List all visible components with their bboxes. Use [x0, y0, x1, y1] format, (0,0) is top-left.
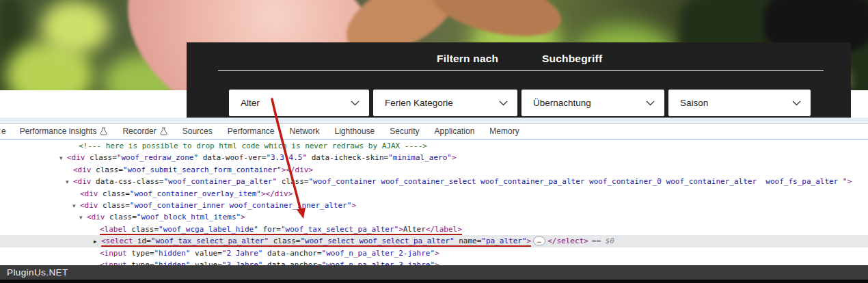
devtools-code-line[interactable]: <div class="woof_container_overlay_item"…: [0, 188, 868, 200]
devtools-tab-label: Performance insights: [20, 126, 97, 136]
devtools-code: <!--- here is possible to drop html code…: [0, 140, 868, 271]
filter-dropdown[interactable]: Saison: [668, 90, 811, 116]
devtools-code-line[interactable]: ▾<div data-css-class="woof_container_pa_…: [0, 176, 868, 187]
panel-divider: [218, 70, 824, 71]
triangle-down-icon[interactable]: ▾: [59, 152, 67, 164]
devtools-tab-label: Memory: [489, 126, 519, 136]
devtools-tab[interactable]: Recorder: [115, 124, 174, 139]
devtools-code-line[interactable]: <!--- here is possible to drop html code…: [0, 140, 868, 152]
filter-dropdown[interactable]: Übernachtung: [521, 90, 664, 116]
flask-icon: [160, 127, 167, 135]
filter-dropdown[interactable]: Alter: [229, 90, 369, 116]
devtools-tab-label: Security: [390, 126, 419, 136]
devtools-tab[interactable]: Application: [427, 124, 483, 139]
chevron-down-icon: [351, 100, 360, 106]
filter-dropdown-label: Saison: [680, 98, 708, 108]
filter-dropdown-label: Ferien Kategorie: [385, 98, 453, 108]
devtools-code-line[interactable]: ▾<div class="woof_block_html_items">: [0, 211, 868, 223]
devtools-panel: e Performance insights Recorder Sources …: [0, 123, 868, 283]
chevron-down-icon: [499, 100, 508, 106]
triangle-down-icon[interactable]: ▾: [66, 176, 73, 188]
chevron-down-icon: [646, 100, 655, 106]
devtools-tab-label: e: [1, 126, 6, 136]
more-options-badge[interactable]: …: [533, 237, 545, 245]
filter-panel: Filtern nach Suchbegriff Alter Ferien Ka…: [187, 42, 851, 118]
chevron-down-icon: [792, 100, 801, 106]
devtools-tab-label: Application: [435, 126, 475, 136]
devtools-tab-label: Network: [290, 126, 320, 136]
devtools-tab[interactable]: Sources: [175, 124, 220, 139]
devtools-tab-label: Sources: [182, 126, 213, 136]
devtools-tab[interactable]: Security: [382, 124, 426, 139]
triangle-down-icon[interactable]: ▾: [79, 212, 87, 224]
tab-suchbegriff[interactable]: Suchbegriff: [542, 53, 602, 65]
devtools-tab[interactable]: Performance: [220, 124, 282, 139]
devtools-tab[interactable]: Performance insights: [12, 124, 116, 139]
devtools-tab-label: Lighthouse: [335, 126, 375, 136]
devtools-tab[interactable]: e: [0, 124, 12, 139]
filter-dropdown-label: Übernachtung: [533, 98, 591, 108]
filter-dropdown-row: Alter Ferien Kategorie Übernachtung Sais…: [229, 90, 811, 116]
triangle-right-icon[interactable]: ▸: [94, 236, 101, 247]
flask-icon: [100, 127, 107, 135]
devtools-tab-label: Performance: [228, 126, 275, 136]
devtools-tabbar: e Performance insights Recorder Sources …: [0, 123, 868, 140]
devtools-tab[interactable]: Lighthouse: [327, 124, 383, 139]
filter-dropdown-label: Alter: [241, 98, 260, 108]
devtools-code-line[interactable]: <div class="woof_submit_search_form_cont…: [0, 164, 868, 176]
filter-dropdown[interactable]: Ferien Kategorie: [373, 90, 517, 116]
page-highlight-strip: [0, 118, 868, 123]
devtools-code-line[interactable]: ▾<div class="woof_redraw_zone" data-woof…: [0, 152, 868, 163]
devtools-tab[interactable]: Network: [282, 124, 327, 139]
devtools-tab[interactable]: Memory: [482, 124, 526, 139]
watermark: PluginUs.NET: [0, 265, 868, 280]
foliage-bokeh: [41, 0, 109, 55]
triangle-down-icon[interactable]: ▾: [72, 200, 80, 212]
dollar-zero-hint: == $0: [592, 237, 614, 245]
watermark-bottom-strip: [0, 280, 868, 283]
devtools-code-line[interactable]: ▾<div class="woof_container_inner woof_c…: [0, 200, 868, 211]
tab-filtern-nach[interactable]: Filtern nach: [437, 53, 498, 65]
devtools-code-line[interactable]: ▸<select id="woof_tax_select_pa_alter" c…: [0, 235, 868, 247]
devtools-code-line[interactable]: <label class="woof_wcga_label_hide" for=…: [0, 224, 868, 235]
devtools-tab-label: Recorder: [122, 126, 156, 136]
devtools-code-line[interactable]: <input type="hidden" value="2 Jahre" dat…: [0, 247, 868, 259]
